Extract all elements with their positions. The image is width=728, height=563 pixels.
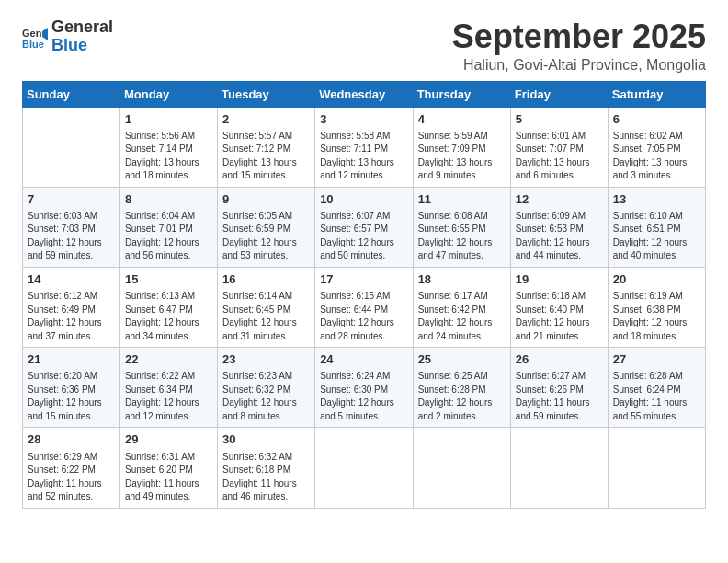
logo-blue: Blue (51, 37, 113, 55)
calendar-cell: 4Sunrise: 5:59 AM Sunset: 7:09 PM Daylig… (413, 107, 510, 187)
day-info: Sunrise: 6:20 AM Sunset: 6:36 PM Dayligh… (28, 370, 115, 423)
day-info: Sunrise: 5:56 AM Sunset: 7:14 PM Dayligh… (125, 130, 212, 183)
day-info: Sunrise: 6:02 AM Sunset: 7:05 PM Dayligh… (613, 130, 700, 183)
day-number: 3 (320, 111, 407, 128)
calendar-cell: 29Sunrise: 6:31 AM Sunset: 6:20 PM Dayli… (120, 428, 218, 508)
day-number: 9 (222, 191, 310, 208)
day-info: Sunrise: 6:10 AM Sunset: 6:51 PM Dayligh… (613, 210, 700, 263)
week-row-5: 28Sunrise: 6:29 AM Sunset: 6:22 PM Dayli… (23, 428, 706, 508)
calendar-cell (23, 107, 120, 187)
calendar-cell: 23Sunrise: 6:23 AM Sunset: 6:32 PM Dayli… (218, 348, 315, 428)
calendar-cell: 16Sunrise: 6:14 AM Sunset: 6:45 PM Dayli… (218, 267, 315, 347)
month-title: September 2025 (452, 18, 706, 55)
calendar-cell: 3Sunrise: 5:58 AM Sunset: 7:11 PM Daylig… (315, 107, 413, 187)
day-info: Sunrise: 6:15 AM Sunset: 6:44 PM Dayligh… (320, 290, 407, 343)
day-number: 17 (320, 271, 407, 288)
day-number: 11 (418, 191, 506, 208)
header-saturday: Saturday (608, 81, 705, 107)
day-number: 25 (418, 351, 506, 368)
day-number: 23 (222, 351, 310, 368)
calendar-cell: 19Sunrise: 6:18 AM Sunset: 6:40 PM Dayli… (510, 267, 608, 347)
calendar-cell: 27Sunrise: 6:28 AM Sunset: 6:24 PM Dayli… (608, 348, 705, 428)
calendar-cell: 7Sunrise: 6:03 AM Sunset: 7:03 PM Daylig… (23, 187, 120, 267)
day-info: Sunrise: 6:19 AM Sunset: 6:38 PM Dayligh… (613, 290, 700, 343)
calendar-cell: 6Sunrise: 6:02 AM Sunset: 7:05 PM Daylig… (608, 107, 705, 187)
header-sunday: Sunday (23, 81, 120, 107)
day-info: Sunrise: 6:24 AM Sunset: 6:30 PM Dayligh… (320, 370, 407, 423)
day-info: Sunrise: 6:23 AM Sunset: 6:32 PM Dayligh… (222, 370, 310, 423)
calendar-cell: 30Sunrise: 6:32 AM Sunset: 6:18 PM Dayli… (218, 428, 315, 508)
day-info: Sunrise: 6:17 AM Sunset: 6:42 PM Dayligh… (418, 290, 506, 343)
calendar-cell: 25Sunrise: 6:25 AM Sunset: 6:28 PM Dayli… (413, 348, 510, 428)
calendar-cell (510, 428, 608, 508)
calendar-table: SundayMondayTuesdayWednesdayThursdayFrid… (22, 81, 706, 509)
header-friday: Friday (510, 81, 608, 107)
day-number: 5 (516, 111, 603, 128)
day-number: 12 (516, 191, 603, 208)
calendar-cell: 24Sunrise: 6:24 AM Sunset: 6:30 PM Dayli… (315, 348, 413, 428)
calendar-cell (315, 428, 413, 508)
week-row-4: 21Sunrise: 6:20 AM Sunset: 6:36 PM Dayli… (23, 348, 706, 428)
calendar-cell: 17Sunrise: 6:15 AM Sunset: 6:44 PM Dayli… (315, 267, 413, 347)
calendar-cell: 12Sunrise: 6:09 AM Sunset: 6:53 PM Dayli… (510, 187, 608, 267)
title-area: September 2025 Haliun, Govi-Altai Provin… (452, 18, 706, 74)
calendar-cell: 26Sunrise: 6:27 AM Sunset: 6:26 PM Dayli… (510, 348, 608, 428)
day-info: Sunrise: 6:01 AM Sunset: 7:07 PM Dayligh… (516, 130, 603, 183)
day-number: 24 (320, 351, 407, 368)
header-thursday: Thursday (413, 81, 510, 107)
day-info: Sunrise: 6:32 AM Sunset: 6:18 PM Dayligh… (222, 451, 310, 504)
calendar-cell: 5Sunrise: 6:01 AM Sunset: 7:07 PM Daylig… (510, 107, 608, 187)
day-info: Sunrise: 6:27 AM Sunset: 6:26 PM Dayligh… (516, 370, 603, 423)
day-number: 1 (125, 111, 212, 128)
day-info: Sunrise: 6:14 AM Sunset: 6:45 PM Dayligh… (222, 290, 310, 343)
day-info: Sunrise: 6:25 AM Sunset: 6:28 PM Dayligh… (418, 370, 506, 423)
calendar-cell: 21Sunrise: 6:20 AM Sunset: 6:36 PM Dayli… (23, 348, 120, 428)
day-number: 4 (418, 111, 506, 128)
day-info: Sunrise: 6:07 AM Sunset: 6:57 PM Dayligh… (320, 210, 407, 263)
day-number: 30 (222, 431, 310, 448)
day-number: 19 (516, 271, 603, 288)
calendar-cell: 18Sunrise: 6:17 AM Sunset: 6:42 PM Dayli… (413, 267, 510, 347)
calendar-cell: 13Sunrise: 6:10 AM Sunset: 6:51 PM Dayli… (608, 187, 705, 267)
day-number: 2 (222, 111, 310, 128)
day-number: 29 (125, 431, 212, 448)
week-row-3: 14Sunrise: 6:12 AM Sunset: 6:49 PM Dayli… (23, 267, 706, 347)
day-number: 6 (613, 111, 700, 128)
days-header-row: SundayMondayTuesdayWednesdayThursdayFrid… (23, 81, 706, 107)
week-row-2: 7Sunrise: 6:03 AM Sunset: 7:03 PM Daylig… (23, 187, 706, 267)
day-info: Sunrise: 6:03 AM Sunset: 7:03 PM Dayligh… (28, 210, 115, 263)
day-number: 26 (516, 351, 603, 368)
calendar-cell (413, 428, 510, 508)
day-number: 10 (320, 191, 407, 208)
svg-text:Blue: Blue (22, 39, 44, 50)
day-info: Sunrise: 6:29 AM Sunset: 6:22 PM Dayligh… (28, 451, 115, 504)
calendar-cell: 11Sunrise: 6:08 AM Sunset: 6:55 PM Dayli… (413, 187, 510, 267)
day-info: Sunrise: 6:31 AM Sunset: 6:20 PM Dayligh… (125, 451, 212, 504)
day-number: 27 (613, 351, 700, 368)
day-number: 7 (28, 191, 115, 208)
logo: General Blue General Blue (22, 18, 113, 55)
calendar-cell: 10Sunrise: 6:07 AM Sunset: 6:57 PM Dayli… (315, 187, 413, 267)
day-number: 14 (28, 271, 115, 288)
logo-icon: General Blue (22, 24, 48, 50)
calendar-cell: 15Sunrise: 6:13 AM Sunset: 6:47 PM Dayli… (120, 267, 218, 347)
logo-general: General (51, 18, 113, 37)
calendar-cell: 22Sunrise: 6:22 AM Sunset: 6:34 PM Dayli… (120, 348, 218, 428)
day-info: Sunrise: 5:58 AM Sunset: 7:11 PM Dayligh… (320, 130, 407, 183)
day-number: 13 (613, 191, 700, 208)
day-info: Sunrise: 6:18 AM Sunset: 6:40 PM Dayligh… (516, 290, 603, 343)
calendar-cell: 20Sunrise: 6:19 AM Sunset: 6:38 PM Dayli… (608, 267, 705, 347)
calendar-cell: 8Sunrise: 6:04 AM Sunset: 7:01 PM Daylig… (120, 187, 218, 267)
calendar-cell: 9Sunrise: 6:05 AM Sunset: 6:59 PM Daylig… (218, 187, 315, 267)
day-number: 22 (125, 351, 212, 368)
day-info: Sunrise: 5:57 AM Sunset: 7:12 PM Dayligh… (222, 130, 310, 183)
day-number: 18 (418, 271, 506, 288)
day-info: Sunrise: 6:04 AM Sunset: 7:01 PM Dayligh… (125, 210, 212, 263)
day-number: 21 (28, 351, 115, 368)
calendar-cell (608, 428, 705, 508)
week-row-1: 1Sunrise: 5:56 AM Sunset: 7:14 PM Daylig… (23, 107, 706, 187)
day-info: Sunrise: 6:22 AM Sunset: 6:34 PM Dayligh… (125, 370, 212, 423)
day-number: 15 (125, 271, 212, 288)
day-info: Sunrise: 6:28 AM Sunset: 6:24 PM Dayligh… (613, 370, 700, 423)
day-number: 16 (222, 271, 310, 288)
